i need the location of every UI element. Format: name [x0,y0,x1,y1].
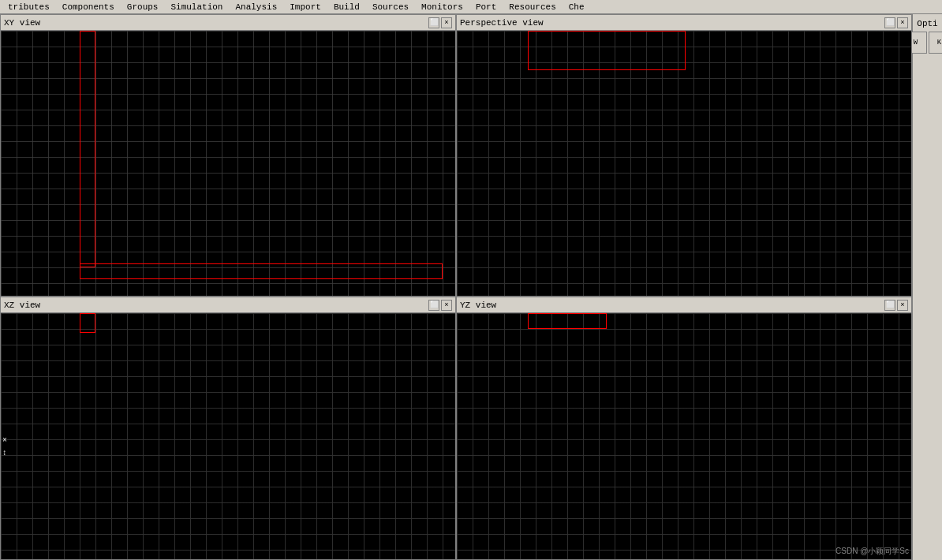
menu-attributes[interactable]: tributes [2,0,56,13]
opti-label: Opti [914,17,940,30]
menu-import[interactable]: Import [283,0,327,13]
yz-content[interactable] [457,313,911,559]
xy-titlebar: XY view ⬜ × [1,15,455,31]
perspective-content[interactable] [457,31,911,296]
xz-titlebar: XZ view ⬜ × [1,297,455,313]
watermark: CSDN @小颖同学Sc [835,546,909,557]
yz-grid [457,313,911,559]
main-area: XY view ⬜ × Perspective view ⬜ × [0,14,942,560]
yz-title: YZ view [460,301,496,310]
perspective-controls: ⬜ × [884,17,908,28]
xz-close-btn[interactable]: × [441,300,452,311]
menu-simulation[interactable]: Simulation [164,0,229,13]
xz-viewport: XZ view ⬜ × × ↕ [0,297,456,560]
xy-viewport: XY view ⬜ × [0,14,456,297]
viewports-container: XY view ⬜ × Perspective view ⬜ × [0,14,912,560]
menu-port[interactable]: Port [469,0,503,13]
perspective-red-box [528,31,686,70]
k-icon[interactable]: K [929,32,943,54]
menu-monitors[interactable]: Monitors [415,0,469,13]
yz-viewport: YZ view ⬜ × [456,297,912,560]
menu-check[interactable]: Che [563,0,591,13]
menu-resources[interactable]: Resources [503,0,562,13]
yz-close-btn[interactable]: × [897,300,908,311]
right-panel: Opti W K [912,14,942,560]
xz-grid [1,313,455,559]
xy-close-btn[interactable]: × [441,17,452,28]
xz-x-axis: × [2,436,7,445]
xz-controls: ⬜ × [428,300,452,311]
xy-content[interactable] [1,31,455,296]
xy-title: XY view [4,18,40,28]
xz-red-box [80,313,95,333]
yz-red-box [528,313,607,329]
xy-controls: ⬜ × [428,17,452,28]
perspective-close-btn[interactable]: × [897,17,908,28]
menu-bar: tributes Components Groups Simulation An… [0,0,942,14]
xy-red-box-1 [80,31,95,267]
menu-components[interactable]: Components [56,0,121,13]
perspective-grid [457,31,911,296]
perspective-viewport: Perspective view ⬜ × [456,14,912,297]
xz-title: XZ view [4,301,40,310]
perspective-titlebar: Perspective view ⬜ × [457,15,911,31]
menu-analysis[interactable]: Analysis [229,0,283,13]
xz-maximize-btn[interactable]: ⬜ [428,300,439,311]
xy-red-box-2 [80,263,443,279]
menu-groups[interactable]: Groups [121,0,165,13]
menu-build[interactable]: Build [327,0,366,13]
yz-controls: ⬜ × [884,300,908,311]
xz-z-axis: ↕ [2,449,7,457]
yz-maximize-btn[interactable]: ⬜ [884,300,895,311]
perspective-title: Perspective view [460,18,544,28]
xy-maximize-btn[interactable]: ⬜ [428,17,439,28]
menu-sources[interactable]: Sources [366,0,415,13]
yz-titlebar: YZ view ⬜ × [457,297,911,313]
xy-grid [1,31,455,296]
xz-content[interactable]: × ↕ [1,313,455,559]
perspective-maximize-btn[interactable]: ⬜ [884,17,895,28]
